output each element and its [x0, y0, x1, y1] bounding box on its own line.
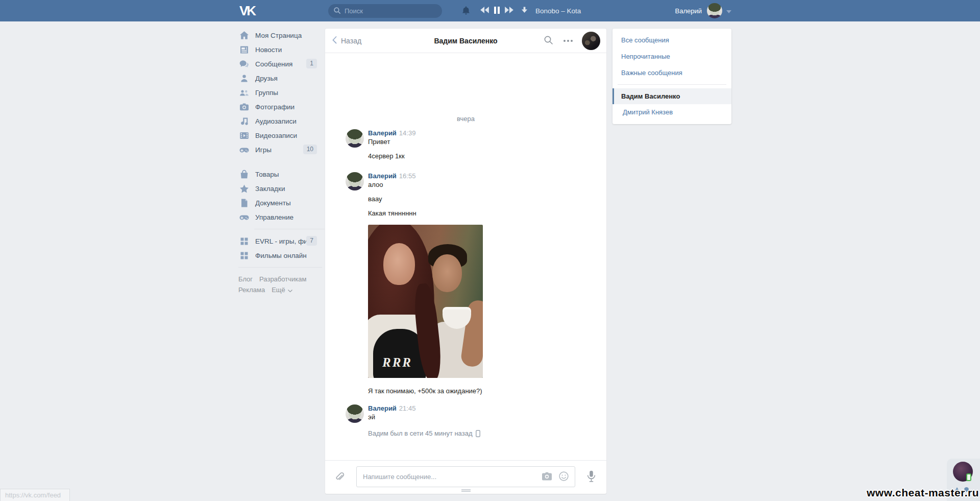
search-box[interactable]: [328, 4, 442, 18]
author-link[interactable]: Валерий: [368, 404, 397, 412]
filter-all-messages[interactable]: Все сообщения: [612, 32, 731, 49]
sidebar-item-photos[interactable]: Фотографии: [237, 100, 325, 114]
message-time: 14:39: [399, 129, 416, 137]
message-group: Валерий16:55 алоо ваау Какая тянннннн RR…: [346, 172, 586, 395]
mobile-phone-icon: [476, 430, 480, 437]
audio-icon: [239, 116, 250, 127]
download-icon: [521, 7, 528, 15]
sidebar: Моя Страница Новости Сообщения 1 Друзья …: [237, 21, 325, 295]
photo-attachment[interactable]: RRR: [368, 225, 483, 378]
photo-detail: [383, 243, 415, 285]
sidebar-item-app-films[interactable]: Фильмы онлайн: [237, 248, 325, 263]
sidebar-item-market[interactable]: Товары: [237, 167, 325, 181]
sidebar-item-audio[interactable]: Аудиозаписи: [237, 114, 325, 128]
top-bar-inner: VK Bonobo – Kota: [237, 0, 731, 21]
footer-link-ads[interactable]: Реклама: [238, 286, 265, 294]
avatar: [707, 3, 722, 18]
footer-link-more[interactable]: Ещё: [272, 286, 285, 294]
forward-icon: [505, 7, 513, 15]
sidebar-item-messages[interactable]: Сообщения 1: [237, 57, 325, 71]
back-button[interactable]: Назад: [332, 29, 361, 53]
avatar: [582, 32, 600, 50]
user-menu[interactable]: Валерий: [675, 0, 731, 21]
sidebar-item-app-evrl[interactable]: EVRL - игры, фи... 7: [237, 234, 325, 248]
paperclip-icon: [334, 476, 345, 484]
author-link[interactable]: Валерий: [368, 129, 397, 137]
peer-avatar[interactable]: [582, 32, 600, 50]
player-track-title[interactable]: Bonobo – Kota: [535, 7, 581, 15]
search-input[interactable]: [345, 7, 436, 15]
forward-button[interactable]: [505, 7, 513, 15]
games-icon: [239, 145, 250, 155]
rewind-button[interactable]: [480, 7, 489, 15]
filter-unread[interactable]: Непрочитанные: [612, 49, 731, 65]
camera-icon: [542, 472, 552, 482]
footer-link-developers[interactable]: Разработчикам: [259, 275, 306, 283]
footer-link-blog[interactable]: Блог: [238, 275, 253, 283]
home-icon: [239, 30, 250, 41]
attach-button[interactable]: [334, 471, 345, 484]
date-divider: вчера: [346, 115, 586, 123]
chat-actions-button[interactable]: [562, 40, 573, 42]
composer-resize-handle[interactable]: [461, 489, 471, 492]
pause-button[interactable]: [494, 7, 500, 15]
sidebar-item-games[interactable]: Игры 10: [237, 142, 325, 157]
bell-icon: [461, 10, 471, 17]
chat-search-button[interactable]: [544, 36, 553, 46]
download-track-button[interactable]: [521, 7, 528, 15]
online-mobile-badge: [966, 473, 971, 481]
sidebar-gap: [237, 157, 325, 167]
vk-logo[interactable]: VK: [239, 3, 255, 19]
message-text: Какая тянннннн: [368, 209, 483, 217]
message-input[interactable]: [363, 473, 535, 481]
rewind-icon: [480, 7, 489, 15]
sidebar-item-manage[interactable]: Управление: [237, 210, 325, 224]
filter-important[interactable]: Важные сообщения: [612, 65, 731, 81]
chat-tools: [535, 29, 600, 53]
message-text: 4сервер 1кк: [368, 152, 415, 160]
message-group: Валерий21:45 эй: [346, 404, 586, 423]
message-time: 21:45: [399, 404, 416, 412]
last-seen-status: Вадим был в сети 45 минут назад: [368, 430, 586, 437]
browser-link-preview: https://vk.com/feed: [0, 489, 70, 501]
smiley-icon: [559, 471, 569, 483]
messages-icon: [239, 59, 250, 69]
photo-upload-button[interactable]: [542, 472, 552, 482]
sidebar-divider: [254, 229, 325, 229]
chevron-down-icon: [288, 284, 292, 295]
friends-icon: [239, 73, 250, 84]
message-text: эй: [368, 413, 415, 421]
chevron-down-icon: [726, 7, 731, 15]
audio-player: Bonobo – Kota: [480, 0, 581, 21]
message-group: Валерий14:39 Привет 4сервер 1кк: [346, 129, 586, 160]
conversation-item[interactable]: Дмитрий Князев: [612, 104, 731, 120]
sidebar-item-docs[interactable]: Документы: [237, 196, 325, 210]
emoji-button[interactable]: [559, 471, 569, 483]
sidebar-item-video[interactable]: Видеозаписи: [237, 128, 325, 142]
avatar[interactable]: [346, 172, 364, 190]
avatar[interactable]: [346, 129, 364, 148]
avatar[interactable]: [346, 404, 364, 423]
top-bar: VK Bonobo – Kota: [0, 0, 980, 21]
notifications-button[interactable]: [461, 6, 471, 17]
author-link[interactable]: Валерий: [368, 172, 397, 180]
message-text: ваау: [368, 195, 483, 203]
conversation-item[interactable]: Вадим Василенко: [612, 88, 731, 104]
message-list: вчера Валерий14:39 Привет 4сервер 1кк Ва…: [325, 54, 606, 460]
search-icon: [334, 7, 340, 15]
messages-filter-panel: Все сообщения Непрочитанные Важные сообщ…: [612, 29, 731, 124]
market-icon: [239, 169, 250, 180]
news-icon: [239, 44, 250, 55]
sidebar-item-friends[interactable]: Друзья: [237, 71, 325, 85]
photo-shirt-text: RRR: [382, 355, 412, 370]
sidebar-item-bookmarks[interactable]: Закладки: [237, 181, 325, 196]
sidebar-item-my-page[interactable]: Моя Страница: [237, 28, 325, 42]
unread-badge: 1: [306, 59, 317, 68]
message-time: 16:55: [399, 172, 416, 180]
app-badge: 7: [306, 236, 317, 246]
message-input-box[interactable]: [356, 466, 575, 487]
sidebar-item-groups[interactable]: Группы: [237, 85, 325, 100]
voice-message-button[interactable]: [587, 470, 596, 484]
sidebar-item-news[interactable]: Новости: [237, 42, 325, 57]
groups-icon: [239, 87, 250, 98]
